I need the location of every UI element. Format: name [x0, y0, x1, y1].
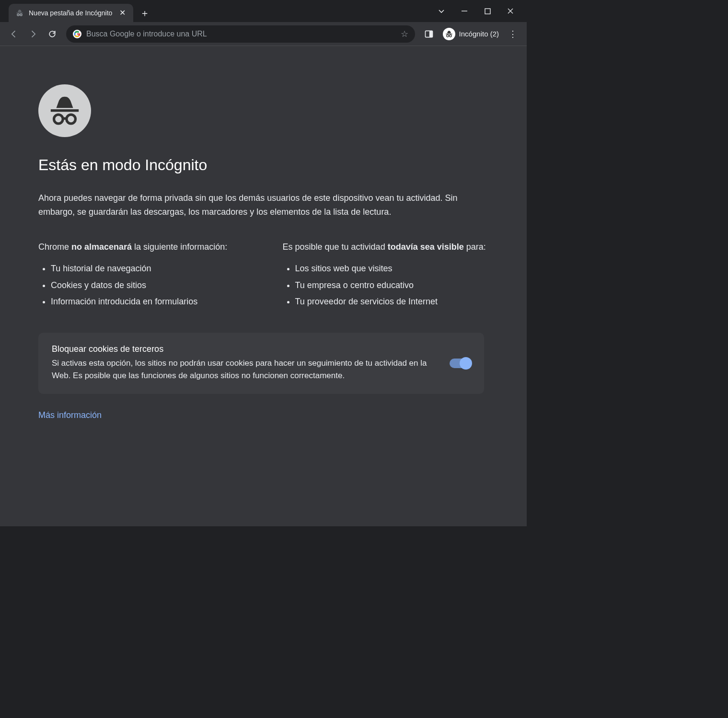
svg-point-7	[54, 115, 63, 124]
reload-button[interactable]	[44, 26, 60, 42]
column-not-saved: Chrome no almacenará la siguiente inform…	[38, 240, 254, 310]
col-prefix: Es posible que tu actividad	[283, 242, 388, 252]
list-item: Cookies y datos de sitios	[51, 277, 254, 293]
titlebar: Nueva pestaña de Incógnito ✕ ＋	[0, 0, 527, 22]
page-heading: Estás en modo Incógnito	[38, 156, 498, 174]
side-panel-button[interactable]	[421, 26, 437, 42]
list-item: Información introducida en formularios	[51, 293, 254, 310]
cookie-box-title: Bloquear cookies de terceros	[52, 344, 435, 354]
block-cookies-box: Bloquear cookies de terceros Si activas …	[38, 333, 484, 394]
column-title: Chrome no almacenará la siguiente inform…	[38, 240, 254, 254]
svg-rect-2	[485, 9, 490, 14]
new-tab-button[interactable]: ＋	[133, 4, 156, 22]
svg-point-6	[449, 35, 451, 37]
info-columns: Chrome no almacenará la siguiente inform…	[38, 240, 498, 310]
block-cookies-toggle[interactable]	[450, 359, 471, 368]
incognito-icon	[15, 9, 24, 17]
incognito-indicator[interactable]: Incógnito (2)	[440, 28, 502, 40]
chrome-menu-button[interactable]: ⋮	[505, 26, 521, 42]
page-content: Estás en modo Incógnito Ahora puedes nav…	[0, 46, 527, 526]
close-window-button[interactable]	[506, 6, 515, 16]
col-prefix: Chrome	[38, 242, 71, 252]
maximize-button[interactable]	[483, 6, 492, 16]
forward-button[interactable]	[25, 26, 41, 42]
svg-rect-4	[429, 31, 432, 37]
svg-point-8	[67, 115, 76, 124]
list-item: Los sitios web que visites	[295, 260, 498, 277]
tab-title: Nueva pestaña de Incógnito	[29, 9, 113, 17]
minimize-button[interactable]	[460, 6, 469, 16]
toolbar: ☆ Incógnito (2) ⋮	[0, 22, 527, 46]
incognito-count-label: Incógnito (2)	[459, 30, 499, 38]
cookie-box-desc: Si activas esta opción, los sitios no po…	[52, 357, 435, 382]
window-controls	[437, 0, 527, 22]
column-title: Es posible que tu actividad todavía sea …	[283, 240, 498, 254]
chevron-down-icon[interactable]	[437, 6, 446, 16]
incognito-icon	[443, 28, 455, 40]
list-item: Tu empresa o centro educativo	[295, 277, 498, 293]
address-input[interactable]	[86, 30, 396, 38]
col-strong: no almacenará	[71, 242, 132, 252]
list-item: Tu historial de navegación	[51, 260, 254, 277]
back-button[interactable]	[6, 26, 22, 42]
learn-more-link[interactable]: Más información	[38, 410, 498, 420]
col-suffix: la siguiente información:	[132, 242, 227, 252]
svg-point-1	[20, 14, 23, 16]
svg-point-5	[446, 35, 449, 37]
column-still-visible: Es posible que tu actividad todavía sea …	[283, 240, 498, 310]
incognito-hero-icon	[38, 84, 91, 137]
col-strong: todavía sea visible	[388, 242, 464, 252]
close-tab-button[interactable]: ✕	[117, 7, 127, 19]
col-suffix: para:	[464, 242, 486, 252]
list-item: Tu proveedor de servicios de Internet	[295, 293, 498, 310]
bookmark-star-icon[interactable]: ☆	[401, 29, 408, 39]
google-icon	[73, 30, 81, 38]
browser-tab[interactable]: Nueva pestaña de Incógnito ✕	[9, 4, 133, 22]
svg-point-0	[17, 14, 20, 16]
intro-text: Ahora puedes navegar de forma privada si…	[38, 191, 484, 219]
omnibox[interactable]: ☆	[66, 25, 415, 43]
